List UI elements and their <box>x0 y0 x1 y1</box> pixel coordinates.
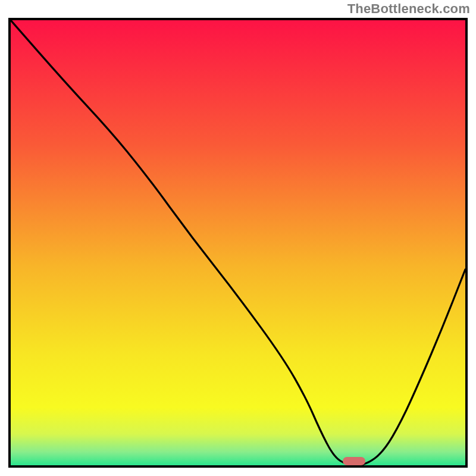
watermark-text: TheBottleneck.com <box>347 1 470 17</box>
optimal-marker <box>343 457 365 465</box>
chart-curve <box>11 20 465 465</box>
chart-line-layer <box>11 20 465 465</box>
plot-area <box>8 18 468 468</box>
chart-container: TheBottleneck.com <box>0 0 476 476</box>
